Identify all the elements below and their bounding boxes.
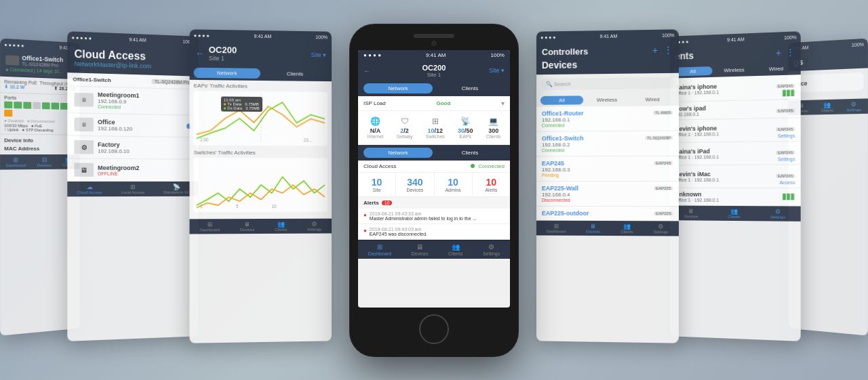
panel-left-mid: ● ● ● ● ● 9:41 AM 100% Cloud Access Netw…	[67, 31, 198, 341]
center-tabs: Network Clients	[358, 81, 510, 96]
nav-dashboard-center[interactable]: ⊞ Dashboard	[368, 243, 391, 256]
nav-localaccess[interactable]: ⊞ Local Access	[121, 184, 145, 194]
client-sub-4: Office 1 · 192.168.0.1	[675, 154, 719, 159]
client-action-4[interactable]: Settings	[776, 156, 795, 161]
clients-more-icon[interactable]: ⋮	[785, 47, 795, 58]
switch-model: TL-SG2428M Pro	[22, 62, 63, 68]
filter-all[interactable]: All	[540, 96, 583, 105]
back-button[interactable]: ←	[363, 67, 370, 75]
num-alerts-val: 10	[474, 177, 509, 188]
add-icon[interactable]: +	[652, 45, 658, 56]
phone-speaker	[414, 34, 454, 38]
nav-settings-rn[interactable]: ⚙ Settings	[654, 223, 669, 234]
stat-clients-lbl: Clients	[486, 134, 500, 139]
num-site-val: 10	[359, 177, 394, 188]
svg-text:1: 1	[200, 203, 203, 208]
nav-cloudaccess[interactable]: ☁ Cloud Access	[77, 184, 102, 194]
clients-tab-all[interactable]: All	[673, 66, 712, 77]
client-badge-1: EAP245	[776, 84, 795, 89]
client-action-5[interactable]: Access	[776, 180, 795, 185]
numbers-row: 10 Site 340 Devices 10 Admins 10 Alerts	[358, 173, 510, 197]
filter-wired[interactable]: Wired	[631, 95, 674, 104]
nav-settings-rf[interactable]: ⚙ Settings	[846, 101, 861, 112]
clients-tab-wired[interactable]: Wired	[756, 64, 797, 74]
subtab-network[interactable]: Network	[363, 148, 433, 158]
device-search[interactable]: 🔍 Search	[540, 77, 675, 90]
device-status-4: OFFLINE	[98, 171, 192, 175]
center-battery: 100%	[491, 52, 505, 58]
nav-dashboard-leftfar[interactable]: ⊞ Dashboard	[6, 156, 26, 167]
nav-dashboard-label: Dashboard	[368, 251, 391, 256]
time-left-far: ● ● ● ● ●	[4, 41, 24, 47]
subtab-clients[interactable]: Clients	[435, 148, 505, 158]
client-name-6: Unknown	[675, 191, 719, 198]
clients-add-icon[interactable]: +	[776, 47, 781, 58]
client-row-4: Raina's iPad Office 1 · 192.168.0.1 EAP2…	[670, 142, 801, 166]
device-icon-2: 🖥	[75, 117, 94, 131]
nav-settings-center[interactable]: ⚙ Settings	[483, 243, 500, 256]
cloud-dot	[471, 164, 475, 168]
nav-devices-rm[interactable]: 🖥 Devices	[684, 208, 698, 219]
nav-devices-leftfar[interactable]: ⊟ Devices	[37, 156, 52, 167]
tab-network-center[interactable]: Network	[363, 83, 433, 93]
nav-clients-leftnear[interactable]: 👥 Clients	[275, 221, 287, 232]
eap-traffic-chart: 11:00 am ■ Tx Data 0.75MB ■ Dx Data 3.75…	[194, 91, 328, 146]
tab-clients-left[interactable]: Clients	[262, 68, 328, 79]
alerts-badge: 10	[382, 200, 393, 205]
phone-camera	[431, 41, 437, 46]
client-row-6: Unknown Office 1 · 192.168.0.1 ▊▊▊	[670, 188, 801, 207]
tab-clients-center[interactable]: Clients	[435, 83, 505, 93]
nav-dashboard-leftnear[interactable]: ⊞ Dashboard	[200, 221, 220, 232]
device-filter: All Wireless Wired	[536, 93, 678, 107]
client-name-5: Kevin's iMac	[675, 171, 719, 177]
nav-dashboard-rn[interactable]: ⊞ Dashboard	[547, 223, 566, 234]
eap225outdoor-name: EAP225-outdoor	[542, 210, 589, 217]
client-action-3[interactable]: Settings	[776, 133, 795, 138]
section2-title: Switches' Traffic Activities	[194, 150, 328, 156]
num-alerts-lbl: Alerts	[474, 188, 509, 192]
internet-icon: 🌐	[368, 117, 384, 126]
traffic-tabs: Network Clients	[189, 66, 331, 81]
nav-devices-rn[interactable]: 🖥 Devices	[586, 223, 600, 234]
client-row-3: Kevin's iphone Office 1 · 192.168.0.1 EA…	[670, 118, 801, 143]
nav-settings-label: Settings	[483, 251, 500, 256]
nav-settings-leftnear[interactable]: ⚙ Settings	[307, 221, 321, 232]
svg-text:5: 5	[236, 203, 239, 208]
settings-title: gs	[793, 54, 863, 67]
client-signal-1: ▊▊▊	[776, 90, 795, 97]
phone-home-button[interactable]	[419, 314, 449, 344]
nav-clients-center[interactable]: 👥 Clients	[448, 243, 462, 256]
stat-internet-lbl: Internet	[368, 134, 384, 139]
device-name-3: Factory	[98, 141, 192, 148]
nav-clients-rm[interactable]: 👥 Clients	[728, 208, 740, 219]
more-icon[interactable]: ⋮	[663, 45, 673, 56]
time-right-near: 9:41 AM	[600, 33, 618, 38]
nav-clients-rn[interactable]: 👥 Clients	[620, 223, 633, 234]
stat-clients: 💻 300 Clients	[486, 117, 500, 139]
num-site-lbl: Site	[359, 188, 394, 192]
eap245-ip: 192.168.0.3	[542, 167, 673, 173]
nav-clients-rf[interactable]: 👥 Clients	[821, 102, 833, 112]
switch-status-rn: Connected	[542, 148, 673, 153]
clients-tab-wireless[interactable]: Wireless	[714, 65, 753, 75]
network-tabs-center: Network Clients	[358, 145, 510, 161]
nav-standalone-af[interactable]: 📡 Standalone AF	[163, 184, 189, 194]
stats-row: 🌐 N/A Internet 🛡 2/2 Getway ⊞ 10/12 Swit…	[358, 111, 510, 145]
nav-settings-rm[interactable]: ⚙ Settings	[770, 208, 785, 219]
client-sub-6: Office 1 · 192.168.0.1	[675, 198, 719, 203]
eap225wall-ip: 192.168.0.4	[542, 192, 673, 198]
eaps-icon: 📡	[458, 117, 473, 126]
nav-devices-leftnear[interactable]: 🖥 Devices	[240, 221, 254, 232]
alert-item-1: ● 2019-08-21 09:43:33 am Master Administ…	[358, 209, 510, 224]
settings-item-1[interactable]: nce	[792, 72, 864, 93]
filter-wireless[interactable]: Wireless	[585, 96, 629, 105]
num-alerts: 10 Alerts	[473, 173, 510, 196]
svg-text:10: 10	[272, 203, 277, 208]
stat-internet-val: N/A	[368, 127, 384, 134]
tab-network-left[interactable]: Network	[194, 68, 260, 79]
site-dropdown[interactable]: Site ▾	[489, 67, 505, 74]
nav-devices-center[interactable]: 🖥 Devices	[412, 243, 429, 256]
client-sub-2: 192.168.0.1	[675, 111, 706, 117]
num-admins-lbl: Admins	[436, 188, 471, 192]
router-name: Office1-Router	[542, 110, 584, 117]
